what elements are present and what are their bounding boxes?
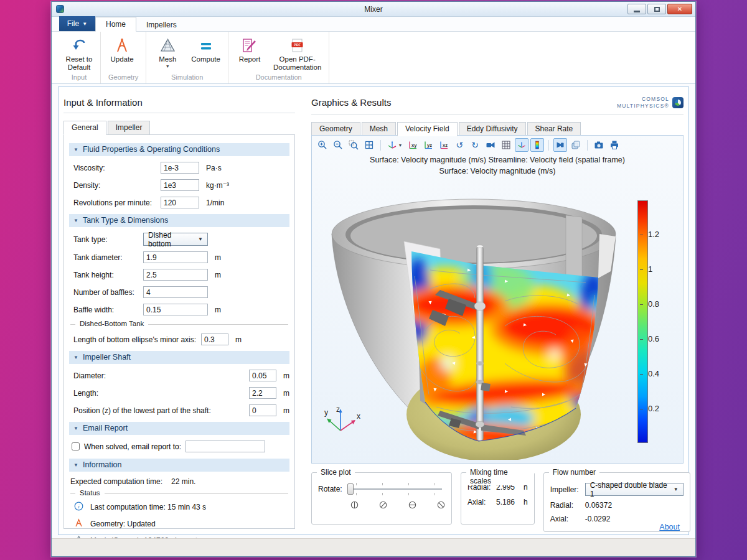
left-panel-title: Input & Information: [63, 97, 295, 108]
impeller-select[interactable]: C-shaped double blade 1 ▼: [585, 483, 684, 496]
velocity-field-3d-view[interactable]: [318, 177, 632, 460]
close-icon: ✕: [677, 6, 682, 12]
title-bar[interactable]: Mixer ✕: [52, 2, 695, 17]
email-report-checkbox[interactable]: [72, 442, 80, 450]
field-label: Length:: [73, 389, 249, 398]
color-legend-icon[interactable]: [530, 138, 544, 152]
section-tank-type[interactable]: ▼ Tank Type & Dimensions: [69, 214, 289, 227]
scene-light-icon[interactable]: [553, 138, 567, 152]
print-icon[interactable]: [608, 138, 621, 152]
slice-horizontal-icon[interactable]: [408, 500, 416, 511]
tank-height-input[interactable]: [143, 269, 208, 281]
caption-line1: Surface: Velocity magnitude (m/s) Stream…: [312, 155, 683, 166]
group-title: Slice plot: [317, 468, 355, 477]
slice-plot-group: Slice plot Rotate:: [311, 472, 452, 525]
flow-value: 0.06372: [585, 501, 612, 510]
button-label: Report: [239, 55, 261, 63]
comsol-logo: COMSOL MULTIPHYSICS®: [617, 96, 684, 109]
tab-eddy-diffusivity[interactable]: Eddy Diffusivity: [459, 122, 526, 136]
logo-line1: COMSOL: [617, 96, 669, 103]
svg-text:PDF: PDF: [294, 43, 301, 47]
tank-type-select[interactable]: Dished bottom ▼: [143, 233, 208, 246]
toolbar-separator: [380, 140, 381, 151]
collapse-arrow-icon: ▼: [73, 462, 78, 468]
viscosity-input[interactable]: [161, 162, 199, 174]
collapse-arrow-icon: ▼: [73, 426, 78, 431]
slider-handle[interactable]: [347, 483, 354, 495]
dished-bottom-group: Dished-Bottom Tank: [70, 324, 288, 325]
open-pdf-documentation-button[interactable]: PDF Open PDF- Documentation: [273, 35, 321, 72]
group-label: Documentation: [236, 72, 321, 83]
slider-track[interactable]: [347, 488, 442, 490]
view-xz-icon[interactable]: xz: [437, 138, 451, 152]
baffles-count-input[interactable]: [143, 286, 208, 298]
rpm-input[interactable]: [161, 197, 199, 208]
about-link[interactable]: About: [659, 523, 680, 531]
tab-impeller[interactable]: Impeller: [108, 121, 151, 135]
density-input[interactable]: [161, 179, 199, 191]
ribbon-tab-home[interactable]: Home: [95, 17, 136, 32]
tab-general[interactable]: General: [63, 121, 106, 135]
shaft-length-input[interactable]: [249, 387, 276, 399]
toolbar-separator: [548, 140, 549, 151]
perspective-camera-icon[interactable]: [484, 138, 497, 152]
tab-velocity-field[interactable]: Velocity Field: [397, 122, 458, 136]
ribbon-tab-impellers[interactable]: Impellers: [136, 18, 187, 32]
minimize-button[interactable]: [627, 4, 646, 14]
grid-icon[interactable]: [499, 138, 513, 152]
slice-vertical-icon[interactable]: [350, 500, 359, 511]
transparency-icon[interactable]: [569, 138, 583, 152]
axis-orientation-icon[interactable]: [515, 138, 529, 152]
tab-geometry[interactable]: Geometry: [311, 122, 360, 136]
graphics-toolbar: ▼ xy yz xz ↺ ↻: [312, 136, 683, 154]
shaft-diameter-input[interactable]: [249, 370, 276, 381]
shaft-position-input[interactable]: [249, 404, 276, 416]
field-unit: m: [215, 306, 221, 314]
ribbon-group-documentation: Report PDF Open PDF- Documentation Docum…: [228, 32, 329, 83]
tab-shear-rate[interactable]: Shear Rate: [527, 122, 581, 136]
logo-line2: MULTIPHYSICS®: [617, 103, 669, 110]
status-text: Last computation time: 15 min 43 s: [90, 503, 206, 511]
colorbar-tick: 0.6: [648, 334, 669, 343]
close-button[interactable]: ✕: [667, 4, 692, 14]
mixing-label: Axial:: [467, 498, 496, 506]
rotate-cw-icon[interactable]: ↻: [468, 138, 482, 152]
mesh-triangle-icon: [159, 35, 176, 55]
section-information[interactable]: ▼ Information: [69, 459, 289, 472]
maximize-button[interactable]: [647, 4, 666, 14]
baffle-width-input[interactable]: [143, 304, 208, 315]
caption-line2: Surface: Velocity magnitude (m/s): [312, 166, 683, 177]
tank-diameter-input[interactable]: [143, 251, 208, 263]
default-3d-view-icon[interactable]: ▼: [385, 138, 404, 152]
zoom-selected-icon[interactable]: [347, 138, 360, 152]
section-impeller-shaft[interactable]: ▼ Impeller Shaft: [69, 351, 289, 364]
section-title: Email Report: [83, 424, 128, 432]
report-button[interactable]: Report: [236, 35, 263, 63]
zoom-out-icon[interactable]: [331, 138, 345, 152]
file-menu-button[interactable]: File ▼: [59, 16, 95, 31]
view-xy-icon[interactable]: xy: [406, 138, 420, 152]
rotate-ccw-icon[interactable]: ↺: [453, 138, 466, 152]
email-input[interactable]: [186, 441, 265, 452]
right-panel-title: Graphics & Results: [311, 97, 391, 108]
zoom-extents-icon[interactable]: [362, 138, 376, 152]
minor-axis-input[interactable]: [201, 334, 228, 345]
compute-button[interactable]: Compute: [191, 35, 220, 63]
section-fluid-properties[interactable]: ▼ Fluid Properties & Operating Condition…: [69, 143, 289, 156]
triad-x-label: x: [357, 412, 360, 421]
update-button[interactable]: Update: [108, 35, 136, 63]
field-label: Viscosity:: [73, 164, 161, 172]
zoom-in-icon[interactable]: [316, 138, 329, 152]
rotate-slider[interactable]: [347, 483, 442, 495]
mesh-button[interactable]: Mesh ▼: [154, 35, 181, 69]
view-yz-icon[interactable]: yz: [421, 138, 435, 152]
reset-to-default-button[interactable]: Reset to Default: [65, 35, 93, 72]
image-snapshot-icon[interactable]: [592, 138, 606, 152]
section-email-report[interactable]: ▼ Email Report: [69, 422, 289, 435]
toolbar-separator: [587, 140, 588, 151]
slice-diagonal-135-icon[interactable]: [437, 500, 445, 511]
group-title: Flow number: [549, 468, 599, 477]
slice-diagonal-45-icon[interactable]: [379, 500, 387, 511]
tab-mesh[interactable]: Mesh: [362, 122, 396, 136]
group-title: Dished-Bottom Tank: [75, 320, 148, 327]
